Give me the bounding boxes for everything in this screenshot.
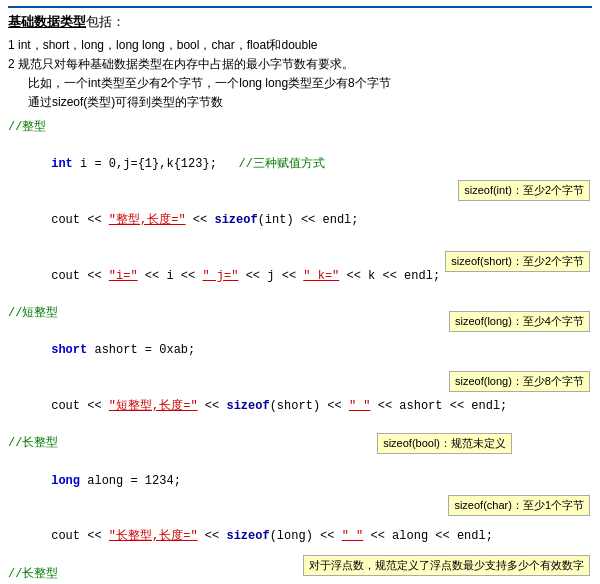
kw-int: int	[51, 157, 73, 171]
comment-short: //短整型	[8, 304, 592, 323]
int-cout2-line: cout << "i=" << i << " j=" << j << " k="…	[8, 248, 592, 304]
short-decl-line: short ashort = 0xab;	[8, 323, 592, 379]
short-cout-line: cout << "短整型,长度=" << sizeof(short) << " …	[8, 379, 592, 435]
title-highlight: 基础数据类型	[8, 14, 86, 29]
desc-line3: 比如，一个int类型至少有2个字节，一个long long类型至少有8个字节	[8, 74, 592, 93]
kw-short: short	[51, 343, 87, 357]
comment-longlong: //长整型	[8, 565, 592, 584]
int-cout-line: cout << "整型,长度=" << sizeof(int) << endl;	[8, 193, 592, 249]
desc-line1: 1 int，short，long，long long，bool，char，flo…	[8, 36, 592, 55]
int-decl-plain: i = 0,j={1},k{123};	[73, 157, 239, 171]
desc-block: 1 int，short，long，long long，bool，char，flo…	[8, 36, 592, 113]
desc-line2: 2 规范只对每种基础数据类型在内存中占据的最小字节数有要求。	[8, 55, 592, 74]
title-rest: 包括：	[86, 14, 125, 29]
int-comment: //三种赋值方式	[238, 157, 324, 171]
int-decl-line: int i = 0,j={1},k{123}; //三种赋值方式	[8, 137, 592, 193]
comment-long: //长整型	[8, 434, 592, 453]
long-decl-line: long along = 1234;	[8, 453, 592, 509]
kw-long: long	[51, 474, 80, 488]
code-block: //整型 int i = 0,j={1},k{123}; //三种赋值方式 si…	[8, 118, 592, 584]
header-section: 基础数据类型包括：	[8, 12, 592, 32]
long-cout-line: cout << "长整型,长度=" << sizeof(long) << " "…	[8, 509, 592, 565]
comment-int: //整型	[8, 118, 592, 137]
desc-line4: 通过sizeof(类型)可得到类型的字节数	[8, 93, 592, 112]
main-container: 基础数据类型包括： 1 int，short，long，long long，boo…	[0, 0, 600, 584]
top-divider	[8, 6, 592, 8]
